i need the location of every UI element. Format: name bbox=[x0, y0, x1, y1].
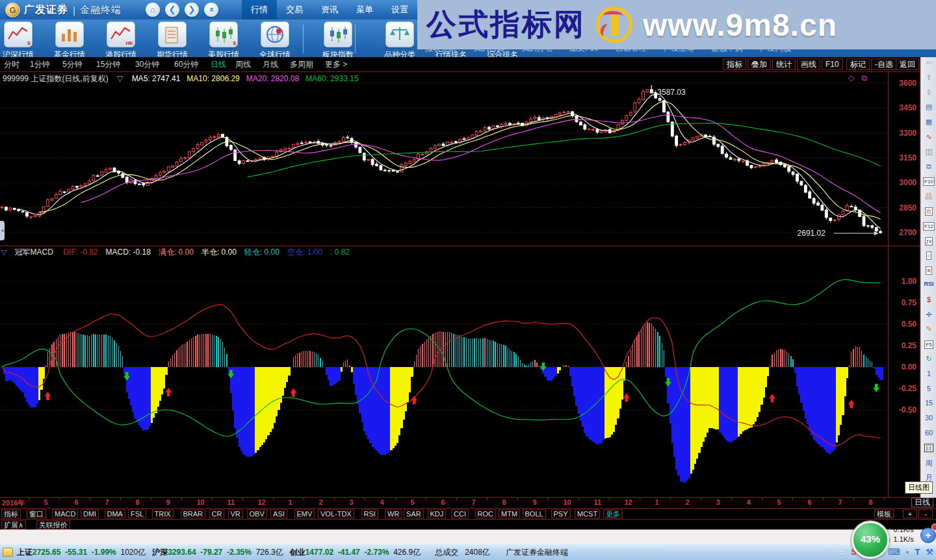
indicator-template-button[interactable]: 模板 bbox=[874, 509, 894, 518]
period-5-shortcut[interactable]: 5 bbox=[921, 385, 936, 392]
ime-bar-icon[interactable]: ▭ bbox=[837, 547, 845, 557]
extension-扩展∧[interactable]: 扩展∧ bbox=[1, 520, 26, 529]
menu-菜单[interactable]: 菜单 bbox=[347, 0, 382, 19]
period-15-shortcut[interactable]: 15 bbox=[921, 399, 936, 407]
period-day-shortcut[interactable]: 日 bbox=[921, 444, 936, 452]
f10-icon[interactable]: F10 bbox=[921, 177, 936, 186]
indicator-tab-EMV[interactable]: EMV bbox=[294, 509, 315, 518]
trend-icon[interactable]: ∿ bbox=[921, 133, 936, 141]
indicator-tab-VR[interactable]: VR bbox=[228, 509, 243, 518]
chart-tool-叠加[interactable]: 叠加 bbox=[748, 58, 771, 70]
back-icon[interactable]: ❮ bbox=[165, 3, 179, 17]
block-diagram-icon[interactable]: 品 bbox=[921, 192, 936, 201]
chart-tool-画线[interactable]: 画线 bbox=[797, 58, 820, 70]
arrow-down-icon[interactable]: ⇩ bbox=[921, 88, 936, 97]
chart-tool--自选[interactable]: -自选 bbox=[871, 58, 897, 70]
chart-tool-指标[interactable]: 指标 bbox=[723, 58, 746, 70]
table-icon[interactable]: ▦ bbox=[921, 118, 936, 126]
indicator-tab-ASI[interactable]: ASI bbox=[270, 509, 287, 518]
toolbar-button-全球行情[interactable]: 全球行情 bbox=[252, 21, 298, 60]
report-icon[interactable]: ▤ bbox=[921, 103, 936, 111]
chart-corner-icons[interactable]: ◇ ⧉ bbox=[848, 73, 870, 83]
indicator-tab-TRIX[interactable]: TRIX bbox=[152, 509, 174, 518]
indicator-tab-MTM[interactable]: MTM bbox=[499, 509, 520, 518]
t-icon[interactable]: T bbox=[915, 547, 920, 557]
indicator-tab-PSY[interactable]: PSY bbox=[551, 509, 571, 518]
f12-icon[interactable]: F12 bbox=[921, 222, 936, 231]
menu-设置[interactable]: 设置 bbox=[382, 0, 417, 19]
toolbar-button-港股行情[interactable]: HK港股行情 bbox=[98, 21, 144, 60]
money-icon[interactable]: $ bbox=[921, 296, 936, 303]
macd-pane[interactable] bbox=[0, 258, 888, 497]
quote-pages-icon[interactable]: ⧉ bbox=[921, 162, 936, 171]
period-tab-60分钟[interactable]: 60分钟 bbox=[174, 57, 198, 71]
pencil-icon[interactable]: ✎ bbox=[921, 325, 936, 333]
wave-icon[interactable]: ≋ bbox=[921, 266, 936, 275]
circle-icon[interactable]: ○ bbox=[921, 251, 936, 260]
toolbar-button-美股行情[interactable]: $美股行情 bbox=[200, 21, 247, 60]
kline-icon[interactable]: ◫ bbox=[921, 147, 936, 156]
refresh-icon[interactable]: ↻ bbox=[921, 355, 936, 363]
period-tab-30分钟[interactable]: 30分钟 bbox=[135, 57, 159, 71]
indicator-tab-SAR[interactable]: SAR bbox=[404, 509, 424, 518]
indicator-tab-窗口[interactable]: 窗口 bbox=[27, 509, 46, 518]
indicator-tab-MCST[interactable]: MCST bbox=[575, 509, 600, 518]
toolbar-button-沪深行情[interactable]: S沪深行情 bbox=[0, 21, 42, 60]
chart-tool-统计[interactable]: 统计 bbox=[772, 58, 796, 70]
indicator-tab-OBV[interactable]: OBV bbox=[247, 509, 267, 518]
chart-tool-F10[interactable]: F10 bbox=[822, 58, 843, 70]
period-tab-5分钟[interactable]: 5分钟 bbox=[62, 57, 83, 71]
indicator-tab-CR[interactable]: CR bbox=[209, 509, 225, 518]
left-panel-handle[interactable]: ◂ bbox=[0, 221, 5, 240]
folder-icon[interactable] bbox=[3, 548, 13, 557]
keyboard-icon[interactable]: ⌨ bbox=[888, 547, 900, 557]
indicator-tab-DMA[interactable]: DMA bbox=[105, 509, 125, 518]
main-candlestick-chart[interactable]: 3587.032691.02 bbox=[0, 71, 888, 246]
menu-交易[interactable]: 交易 bbox=[277, 0, 312, 19]
indicator-tab-CCI[interactable]: CCI bbox=[451, 509, 469, 518]
home-icon[interactable]: ⌂ bbox=[146, 3, 160, 17]
rsi-label[interactable]: RSI bbox=[921, 281, 936, 287]
period-tab-月线[interactable]: 月线 bbox=[263, 57, 278, 71]
menu-行情[interactable]: 行情 bbox=[242, 0, 277, 19]
indicator-tab-WR[interactable]: WR bbox=[385, 509, 402, 518]
progress-circle[interactable]: 43% bbox=[852, 521, 889, 559]
move-icon[interactable]: ✛ bbox=[921, 311, 936, 319]
indicator-tab-more[interactable]: 更多 bbox=[603, 509, 623, 518]
period-tab-日线[interactable]: 日线 bbox=[211, 57, 226, 71]
extension-关联报价[interactable]: 关联报价 bbox=[36, 520, 70, 529]
main-chart-area[interactable]: 3587.032691.02 bbox=[0, 71, 888, 246]
period-tab-15分钟[interactable]: 15分钟 bbox=[96, 57, 120, 71]
indicator-tab-BRAR[interactable]: BRAR bbox=[181, 509, 206, 518]
period-1-shortcut[interactable]: 1 bbox=[921, 370, 936, 377]
chart-tool-返回[interactable]: 返回 bbox=[896, 58, 919, 70]
collapse-left-icon[interactable]: ⇦ bbox=[921, 58, 936, 67]
dot-icon[interactable]: • bbox=[906, 547, 909, 557]
period-30-shortcut[interactable]: 30 bbox=[921, 414, 936, 422]
toolbar-button-品种分类[interactable]: 品种分类 bbox=[376, 21, 423, 60]
period-tab-多周期[interactable]: 多周期 bbox=[290, 57, 313, 71]
collapse-up-icon[interactable]: » bbox=[204, 3, 218, 17]
period-60-shortcut[interactable]: 60 bbox=[921, 429, 936, 437]
indicator-tab-FSL[interactable]: FSL bbox=[128, 509, 146, 518]
indicator-add-button[interactable]: + bbox=[903, 509, 917, 518]
indicator-tab-指标[interactable]: 指标 bbox=[1, 509, 21, 518]
indicator-tab-KDJ[interactable]: KDJ bbox=[428, 509, 447, 518]
indicator-tab-MACD[interactable]: MACD bbox=[52, 509, 78, 518]
period-tab-分时[interactable]: 分时 bbox=[4, 57, 20, 71]
toolbar-button-期货行情[interactable]: 期货行情 bbox=[149, 21, 196, 60]
collapse-pane-icon[interactable]: ▽ bbox=[117, 74, 123, 83]
menu-资讯[interactable]: 资讯 bbox=[312, 0, 347, 19]
indicator-tab-VOL-TDX[interactable]: VOL-TDX bbox=[318, 509, 354, 518]
period-tab-更多 >[interactable]: 更多 > bbox=[325, 57, 347, 71]
indicator-tab-BOLL[interactable]: BOLL bbox=[523, 509, 546, 518]
chart-tool-标记[interactable]: 标记 bbox=[846, 58, 870, 70]
indicator-remove-button[interactable]: - bbox=[918, 509, 933, 518]
macd-flag-icon[interactable]: ▽ bbox=[1, 248, 6, 256]
toolbar-button-基金行情[interactable]: 基金行情 bbox=[46, 21, 93, 60]
period-tab-周线[interactable]: 周线 bbox=[235, 57, 251, 71]
arrow-up-icon[interactable]: ⇧ bbox=[921, 73, 936, 82]
period-week-shortcut[interactable]: 周 bbox=[921, 459, 936, 468]
indicator-tab-DMI[interactable]: DMI bbox=[81, 509, 99, 518]
wrench-icon[interactable]: ⚒ bbox=[926, 547, 933, 557]
